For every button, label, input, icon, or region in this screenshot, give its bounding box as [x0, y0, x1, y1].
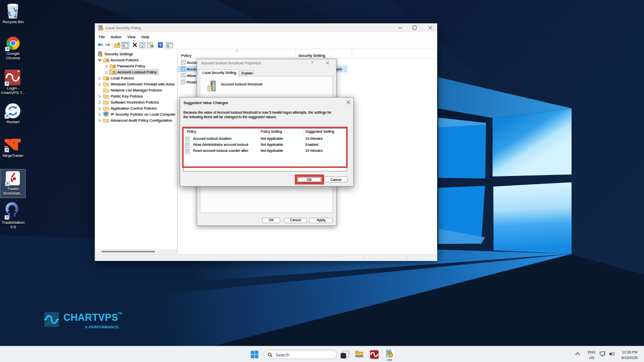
svg-text:?: ?: [159, 42, 162, 48]
